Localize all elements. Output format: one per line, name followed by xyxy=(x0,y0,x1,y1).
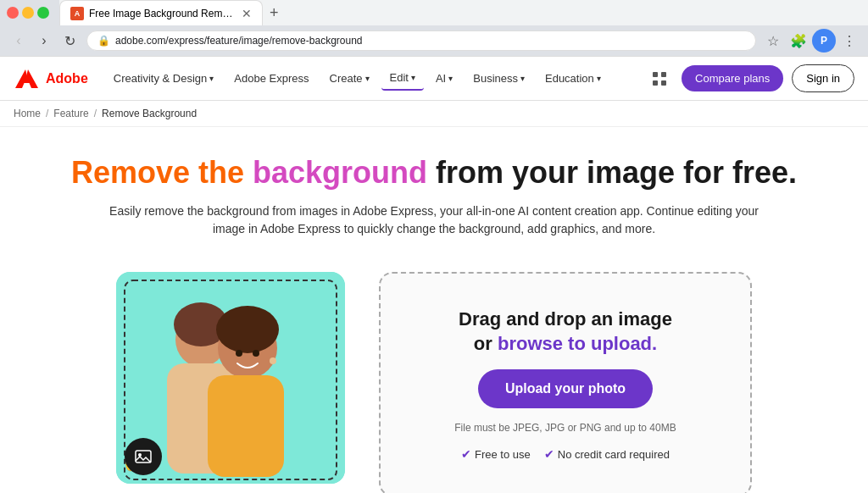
profile-button[interactable]: P xyxy=(812,29,836,53)
preview-background: ☝ xyxy=(116,272,345,484)
nav-adobe-express[interactable]: Adobe Express xyxy=(225,67,317,90)
browser-extension-buttons: ☆ 🧩 P ⋮ xyxy=(761,29,861,53)
nav-edit[interactable]: Edit ▾ xyxy=(381,66,424,91)
breadcrumb-home[interactable]: Home xyxy=(14,108,41,119)
breadcrumb-separator: / xyxy=(46,108,48,119)
image-edit-icon[interactable] xyxy=(125,438,162,475)
nav-ai[interactable]: AI ▾ xyxy=(427,67,461,90)
content-area: ☝ Drag and drop an image or browse to up… xyxy=(0,255,868,493)
checkmark-icon: ✔ xyxy=(461,447,471,461)
svg-point-12 xyxy=(216,306,279,353)
page-title: Remove the background from your image fo… xyxy=(14,154,854,191)
upload-dropzone[interactable]: Drag and drop an image or browse to uplo… xyxy=(379,272,752,493)
reload-button[interactable]: ↻ xyxy=(58,29,81,53)
tab-favicon: A xyxy=(70,7,84,20)
upload-title: Drag and drop an image or browse to uplo… xyxy=(459,307,672,356)
browser-tab[interactable]: A Free Image Background Remo... ✕ xyxy=(59,0,263,25)
url-bar[interactable]: 🔒 adobe.com/express/feature/image/remove… xyxy=(86,30,756,51)
svg-point-15 xyxy=(270,357,276,364)
breadcrumb-separator: / xyxy=(94,108,97,119)
svg-point-14 xyxy=(253,350,259,357)
more-options-button[interactable]: ⋮ xyxy=(837,29,861,53)
nav-creativity-design[interactable]: Creativity & Design ▾ xyxy=(105,67,223,90)
svg-point-13 xyxy=(236,350,242,357)
tab-title: Free Image Background Remo... xyxy=(89,8,236,19)
adobe-wordmark: Adobe xyxy=(46,71,88,86)
browse-link[interactable]: browse to upload. xyxy=(498,333,657,354)
svg-rect-3 xyxy=(653,80,658,86)
lock-icon: 🔒 xyxy=(97,35,110,47)
nav-education[interactable]: Education ▾ xyxy=(537,67,609,90)
browser-chrome: A Free Image Background Remo... ✕ + ‹ › … xyxy=(0,0,868,57)
svg-rect-4 xyxy=(661,80,666,86)
image-icon xyxy=(134,447,153,466)
apps-grid-icon[interactable] xyxy=(646,65,673,92)
chevron-down-icon: ▾ xyxy=(448,74,453,83)
nav-create[interactable]: Create ▾ xyxy=(321,67,378,90)
upload-photo-button[interactable]: Upload your photo xyxy=(478,369,653,408)
main-nav: Adobe Creativity & Design ▾ Adobe Expres… xyxy=(0,57,868,101)
hero-section: Remove the background from your image fo… xyxy=(0,127,868,255)
new-tab-button[interactable]: + xyxy=(263,0,286,25)
bookmark-button[interactable]: ☆ xyxy=(761,29,785,53)
hero-subtitle: Easily remove the background from images… xyxy=(95,202,773,238)
adobe-logo[interactable]: Adobe xyxy=(14,66,88,91)
chevron-down-icon: ▾ xyxy=(209,74,214,83)
extensions-button[interactable]: 🧩 xyxy=(787,29,810,53)
chevron-down-icon: ▾ xyxy=(597,74,601,83)
nav-business[interactable]: Business ▾ xyxy=(465,67,533,90)
svg-rect-11 xyxy=(208,375,284,477)
title-orange: Remove the xyxy=(71,155,253,190)
address-bar: ‹ › ↻ 🔒 adobe.com/express/feature/image/… xyxy=(0,25,868,56)
svg-rect-1 xyxy=(653,72,658,77)
window-controls xyxy=(7,7,49,19)
free-to-use-badge: ✔ Free to use xyxy=(461,447,531,461)
title-purple: background xyxy=(253,155,427,190)
upload-hint: File must be JPEG, JPG or PNG and up to … xyxy=(454,422,676,434)
adobe-logo-icon xyxy=(14,66,39,91)
chevron-down-icon: ▾ xyxy=(520,74,525,83)
breadcrumb-feature[interactable]: Feature xyxy=(53,108,88,119)
back-button[interactable]: ‹ xyxy=(7,29,31,53)
compare-plans-button[interactable]: Compare plans xyxy=(682,65,783,91)
no-credit-card-badge: ✔ No credit card required xyxy=(544,447,670,461)
svg-rect-2 xyxy=(661,72,666,77)
minimize-button[interactable] xyxy=(22,7,34,19)
upload-badges: ✔ Free to use ✔ No credit card required xyxy=(461,447,670,461)
forward-button[interactable]: › xyxy=(32,29,56,53)
chevron-down-icon: ▾ xyxy=(365,74,370,83)
app-container: Adobe Creativity & Design ▾ Adobe Expres… xyxy=(0,57,868,493)
title-black: from your image for free. xyxy=(427,155,797,190)
checkmark-icon: ✔ xyxy=(544,447,554,461)
tab-bar: A Free Image Background Remo... ✕ + xyxy=(0,0,868,25)
breadcrumb: Home / Feature / Remove Background xyxy=(0,101,868,127)
nav-buttons: ‹ › ↻ xyxy=(7,29,81,53)
nav-right: Compare plans Sign in xyxy=(646,64,854,92)
tab-close-icon[interactable]: ✕ xyxy=(242,8,252,19)
maximize-button[interactable] xyxy=(37,7,49,19)
image-preview: ☝ xyxy=(116,272,345,484)
url-text: adobe.com/express/feature/image/remove-b… xyxy=(115,35,745,47)
sign-in-button[interactable]: Sign in xyxy=(792,64,854,92)
nav-items: Creativity & Design ▾ Adobe Express Crea… xyxy=(105,66,629,91)
breadcrumb-current: Remove Background xyxy=(102,108,197,119)
chevron-down-icon: ▾ xyxy=(411,73,415,82)
close-button[interactable] xyxy=(7,7,19,19)
